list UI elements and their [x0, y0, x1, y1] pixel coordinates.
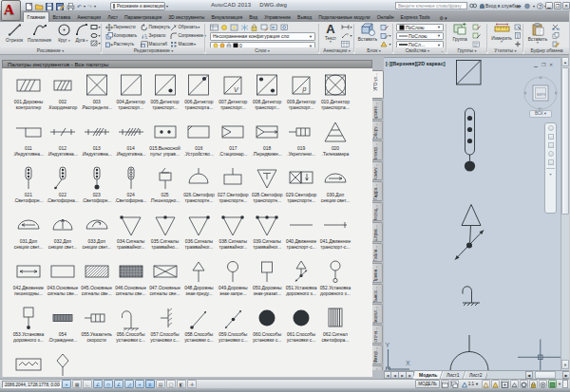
layer-match-icon[interactable] [260, 24, 269, 31]
table-button[interactable] [341, 41, 350, 47]
group-button[interactable]: Группа [450, 23, 469, 42]
toggle-lwt[interactable]: ≡ [145, 380, 155, 388]
minimize-button[interactable]: ▁ [545, 2, 553, 9]
palette-item-57[interactable]: 059.Способы установки с... [216, 306, 250, 352]
palette-item-41[interactable]: 042.Движение пешеходны... [11, 259, 46, 306]
tab-layout2[interactable]: Лист2 [464, 371, 488, 379]
panel-title-annotation[interactable]: Аннотации ▾ [320, 47, 353, 54]
zoom-icon[interactable] [548, 142, 554, 148]
palette-item-56[interactable]: 058.Способы установки с... [181, 306, 216, 352]
polyline-button[interactable]: Полилиния [25, 23, 54, 43]
palette-item-17[interactable]: 017 .Стационар... [216, 120, 250, 166]
palette-tab-1[interactable]: УГО ул... [372, 70, 384, 99]
navbar-menu-icon[interactable]: ▾ [549, 172, 551, 177]
restore-button[interactable]: ❐ [554, 2, 561, 9]
leader-button[interactable]: ▾ [341, 32, 352, 39]
id-point-button[interactable] [514, 41, 522, 47]
palette-item-61[interactable] [11, 352, 46, 377]
toggle-sc[interactable]: ◧ [177, 380, 186, 388]
copy-button[interactable]: Копировать [105, 32, 137, 40]
scroll-up-icon[interactable]: ▲ [561, 57, 569, 66]
palette-item-29[interactable]: 029.Светофор транспортн... [284, 166, 318, 213]
toggle-osnap[interactable]: ◇ [104, 380, 113, 388]
palette-item-28[interactable]: 028.Светофор транспортн... [250, 166, 284, 213]
palette-item-25[interactable]: 025 .Пешеходно... [148, 166, 182, 213]
ribbon-tab-4[interactable]: Лист [104, 12, 122, 22]
layer-lock-icon[interactable] [250, 24, 258, 31]
dimension-button[interactable]: ▾ [341, 24, 352, 30]
palette-item-51[interactable]: 053.Установка дорожного з... [11, 306, 46, 352]
palette-tab-11[interactable]: Вынос... [372, 284, 383, 304]
ribbon-tab-3[interactable]: Аннотации [74, 12, 104, 22]
search-input[interactable]: Введите ключевое слово/фразу [395, 2, 467, 9]
palette-item-30[interactable]: 030.Доп секции свет... [318, 166, 352, 213]
palette-item-46[interactable]: 048.Дорожны знак-преду... [181, 259, 216, 306]
app-menu-button[interactable]: A [1, 0, 21, 21]
ribbon-tab-7[interactable]: Визуализация [208, 12, 246, 22]
palette-item-32[interactable]: 032.Доп секции свет... [46, 213, 80, 259]
palette-item-23[interactable]: 023 .Светофорн... [80, 166, 114, 213]
ribbon-options-icon[interactable]: ⚙ ▾ [439, 15, 446, 22]
palette-item-59[interactable]: 061.Способы установки с... [284, 306, 318, 352]
search-icon[interactable] [469, 2, 477, 9]
palette-tab-10[interactable]: Примн... [372, 263, 383, 283]
hardware-acceleration-icon[interactable] [548, 380, 557, 388]
palette-item-27[interactable]: 027.Светофор транспортн... [216, 166, 250, 213]
palette-item-18[interactable]: 018 .Передвижн... [250, 120, 284, 166]
quick-view-layouts-icon[interactable] [441, 380, 449, 388]
panel-title-properties[interactable]: Свойства ▾ ⌄ [394, 47, 446, 54]
exchange-apps-icon[interactable]: ✕ [516, 2, 521, 9]
layer-walk-icon[interactable] [280, 24, 289, 31]
palette-item-21[interactable]: 021 .Светофорн... [11, 166, 46, 213]
model-space-button[interactable]: МОДЕЛЬ [415, 380, 440, 388]
layer-properties-icon[interactable] [210, 24, 218, 31]
viewport-maximize-icon[interactable] [501, 380, 509, 388]
insert-block-button[interactable]: Вставить [357, 23, 378, 42]
cut-button[interactable] [552, 24, 560, 30]
measure-button[interactable]: Измерить▾ [490, 23, 513, 44]
scroll-left-icon[interactable]: ◀ [525, 371, 533, 379]
circle-button[interactable]: Круг ▾ [54, 23, 74, 43]
palette-item-6[interactable]: 006.Детектор транспорта... [181, 73, 216, 120]
properties-dialog-launcher[interactable]: ⌄ [441, 47, 444, 54]
panel-title-clipboard[interactable]: Буфер обмена [524, 47, 569, 54]
palette-tab-3[interactable]: Обору... [372, 121, 383, 140]
palette-item-45[interactable]: 047.Основные сигналы све... [148, 259, 182, 306]
match-properties-button[interactable] [552, 41, 560, 47]
status-menu-icon[interactable]: ▼ [558, 382, 561, 386]
vertical-scrollbar[interactable]: ▲ ▼ [560, 57, 569, 370]
move-button[interactable]: Перенести [105, 24, 136, 31]
toggle-tpy[interactable]: ▤ [156, 380, 165, 388]
palette-tab-2[interactable]: Архите... [372, 100, 383, 120]
toggle-dyn[interactable]: + [135, 380, 144, 388]
trim-button[interactable]: Обрезать▾ [170, 24, 200, 31]
horizontal-scrollbar[interactable]: ◀ ▶ [487, 371, 570, 379]
pan-icon[interactable] [548, 134, 554, 140]
wcs-dropdown[interactable]: ВСК ▾ [529, 110, 552, 118]
palette-item-15[interactable]: 015.Выносной пульт управ... [148, 120, 182, 166]
ribbon-tab-1[interactable]: Главная [23, 11, 49, 22]
create-block-button[interactable] [380, 24, 389, 30]
toggle-otrack[interactable]: ∠ [114, 380, 124, 388]
workspace-switch-icon[interactable] [520, 380, 528, 388]
showmotion-icon[interactable] [548, 159, 554, 165]
ellipse-button[interactable]: ▾ [90, 32, 101, 39]
first-layout-button[interactable]: ◀ [384, 371, 391, 379]
toggle-am[interactable]: ✛ [187, 380, 197, 388]
horizontal-scrollbar-thumb[interactable] [535, 371, 556, 379]
block-attributes-button[interactable]: ▾ [380, 41, 391, 47]
palette-item-16[interactable]: 016 .Устройство... [181, 120, 216, 166]
toggle-qp[interactable]: ▢ [166, 380, 176, 388]
next-layout-button[interactable]: ▶ [399, 371, 407, 379]
palette-item-55[interactable]: 057.Способы установки с... [148, 306, 182, 352]
palette-title-bar[interactable]: Палитры инструментов - Все палитры [2, 60, 372, 68]
palette-item-10[interactable]: 010.Детектор транспорта... [318, 73, 352, 120]
panel-title-draw[interactable]: Рисование ▾ [0, 47, 101, 54]
fillet-button[interactable]: Сопряжение▾ [170, 32, 206, 40]
vertical-scrollbar-thumb[interactable] [561, 67, 569, 215]
palette-item-49[interactable]: 051.Установка дорожного з... [284, 259, 318, 306]
ribbon-tab-13[interactable]: Express Tools [397, 12, 433, 22]
palette-tab-6[interactable]: Гидра... [372, 181, 383, 201]
palette-tab-7[interactable]: Несущ... [372, 202, 383, 222]
palette-item-60[interactable]: 062.Сигнал светофора... [318, 306, 352, 352]
